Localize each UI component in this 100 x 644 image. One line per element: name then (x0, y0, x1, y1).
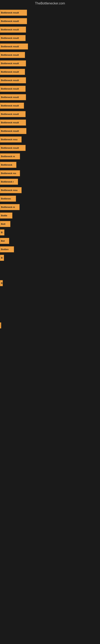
bar-label: Bottleneck result (1, 104, 19, 107)
bar-label: Bot (1, 240, 4, 242)
result-bar: Bottleneck result (0, 10, 27, 16)
bar-label: Bottleneck result (1, 147, 19, 149)
result-bar: Bottleneck result (0, 94, 26, 100)
result-bar: Bottlen (0, 246, 14, 252)
bar-label: Bottleneck result (1, 79, 19, 82)
result-bar: Bottle (0, 212, 12, 218)
bar-row: Bott (0, 220, 100, 228)
result-bar: Bottleneck result (0, 77, 26, 83)
bar-row: Bottleneck result (0, 34, 100, 42)
bar-row: Bottleneck result (0, 110, 100, 118)
result-bar: Bottleneck result (0, 60, 26, 66)
bar-row: Bottle (0, 212, 100, 219)
result-bar: Bottleneck result (0, 145, 26, 151)
bar-row (0, 262, 100, 270)
result-bar: Bottleneck result (0, 103, 24, 109)
bar-row: B (0, 254, 100, 262)
bar-row (0, 271, 100, 278)
result-bar: Bott (0, 221, 10, 227)
bar-label: Bottlen (1, 248, 9, 250)
result-bar: Bottleneck re (0, 204, 20, 210)
bar-row: Bottleneck (0, 161, 100, 169)
bar-row: Bottleneck result (0, 68, 100, 76)
bar-row: Bottleneck resu (0, 186, 100, 194)
bar-row: Bottleneck re (0, 203, 100, 211)
bar-row: Bottleneck result (0, 102, 100, 110)
bar-row: Bottleneck result (0, 43, 100, 50)
bar-label: Bottleneck resu (1, 189, 18, 192)
bar-row: Bottleneck resu (0, 136, 100, 143)
bar-row: Bottleneck result (0, 17, 100, 25)
bar-label: Bottleneck result (1, 130, 19, 132)
bar-label: Bottle (1, 214, 7, 217)
result-bar: Bottleneck re (0, 153, 20, 160)
result-bar: Bottlenec (0, 196, 16, 202)
bar-label: Bottleneck (1, 164, 12, 166)
result-bar: Bottleneck r (0, 179, 18, 185)
bar-label: B (1, 256, 2, 259)
result-bar: B (0, 255, 4, 261)
bar-label: Bottleneck result (1, 88, 19, 90)
bar-row (0, 322, 100, 329)
site-title: TheBottlenecker.com (0, 0, 100, 7)
bar-row: B (0, 228, 100, 236)
bar-row: Bottlen (0, 246, 100, 253)
bar-row: Bottleneck result (0, 94, 100, 101)
result-bar: Bot (0, 238, 9, 244)
bar-row: Bottleneck result (0, 60, 100, 67)
bar-label: Bott (1, 223, 5, 225)
bar-row: Bottleneck re (0, 152, 100, 160)
bar-label: Bottleneck result (1, 71, 19, 73)
bar-label: Bottleneck result (1, 45, 19, 48)
bar-label: Bottleneck result (1, 20, 19, 22)
result-bar: B (0, 280, 3, 286)
bar-label: Bottleneck result (1, 12, 19, 14)
bar-row: Bottleneck result (0, 51, 100, 59)
bar-row (0, 296, 100, 304)
result-bar: Bottleneck resu (0, 187, 22, 193)
bar-row (0, 313, 100, 321)
bar-label: Bottleneck result (1, 54, 19, 56)
bar-label: Bottleneck result (1, 113, 19, 115)
bar-row: Bottleneck result (0, 26, 100, 34)
bar-row: Bottleneck result (0, 127, 100, 135)
bar-row: Bottleneck result (0, 9, 100, 16)
result-bar: Bottleneck result (0, 120, 26, 126)
bar-row: Bottleneck result (0, 76, 100, 84)
bar-row: Bottleneck r (0, 178, 100, 186)
bar-label: B (1, 282, 2, 284)
result-bar: Bottleneck result (0, 52, 25, 58)
result-bar: Bottleneck result (0, 26, 26, 32)
bar-row (0, 305, 100, 312)
bar-row (0, 288, 100, 296)
bar-row: Bottlenec (0, 195, 100, 202)
result-bar (0, 322, 1, 328)
bar-row: B (0, 279, 100, 287)
result-bar: Bottleneck result (0, 86, 26, 92)
bar-label: Bottleneck res (1, 172, 16, 174)
bar-label: Bottleneck result (1, 62, 19, 64)
result-bar: Bottleneck resu (0, 136, 22, 142)
result-bar: Bottleneck result (0, 69, 25, 75)
bar-row: Bottleneck result (0, 144, 100, 152)
result-bar: Bottleneck result (0, 35, 26, 41)
bar-label: Bottleneck re (1, 155, 15, 158)
bar-row: Bottleneck result (0, 85, 100, 92)
bar-label: Bottlenec (1, 198, 11, 200)
bar-label: Bottleneck result (1, 121, 19, 124)
result-bar: B (0, 230, 4, 236)
bar-label: Bottleneck result (1, 96, 19, 98)
bar-label: Bottleneck r (1, 180, 14, 183)
bar-row: Bottleneck result (0, 119, 100, 126)
bar-row: Bot (0, 237, 100, 245)
result-bar: Bottleneck result (0, 111, 26, 117)
result-bar: Bottleneck result (0, 44, 28, 50)
bar-row: Bottleneck res (0, 170, 100, 177)
bar-label: Bottleneck resu (1, 138, 18, 141)
result-bar: Bottleneck result (0, 128, 26, 134)
bar-label: Bottleneck result (1, 37, 19, 39)
bar-label: Bottleneck result (1, 28, 19, 31)
result-bar: Bottleneck result (0, 18, 27, 24)
bars-container: Bottleneck resultBottleneck resultBottle… (0, 7, 100, 332)
result-bar: Bottleneck (0, 162, 16, 168)
